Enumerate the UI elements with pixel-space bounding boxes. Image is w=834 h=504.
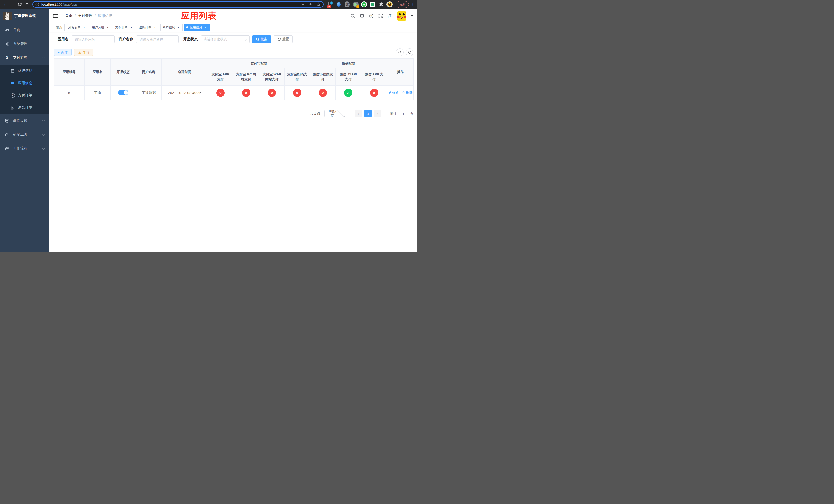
tab-process-form[interactable]: 流程表单× xyxy=(66,24,88,31)
pagination-total: 共 1 条 xyxy=(310,111,320,116)
export-button[interactable]: 导出 xyxy=(74,49,93,56)
col-alipay-qr: 支付宝扫码支付 xyxy=(285,68,310,86)
close-icon[interactable]: × xyxy=(204,26,207,29)
chevron-down-icon xyxy=(337,109,345,117)
refresh-button[interactable] xyxy=(406,48,413,56)
search-button[interactable]: 搜索 xyxy=(252,36,271,43)
sidebar-subitem-pay-order[interactable]: ¥ 支付订单 xyxy=(0,89,49,101)
sidebar-subitem-merchant-info[interactable]: 商户信息 xyxy=(0,65,49,77)
page-1-button[interactable]: 1 xyxy=(365,110,372,117)
browser-forward-icon[interactable]: → xyxy=(9,1,16,8)
close-icon[interactable]: × xyxy=(82,26,86,29)
cell-actions: 修改 删除 xyxy=(387,86,414,100)
close-icon[interactable]: × xyxy=(177,26,180,29)
search-icon[interactable] xyxy=(350,14,355,19)
app-name-input[interactable] xyxy=(71,36,115,43)
profile-avatar-icon[interactable] xyxy=(386,1,393,8)
status-select[interactable]: 请选择开启状态 xyxy=(201,36,249,43)
sidebar-item-dev-tools[interactable]: 研发工具 xyxy=(0,128,49,141)
browser-reload-icon[interactable] xyxy=(16,1,23,8)
github-icon[interactable] xyxy=(359,14,365,19)
tab-home[interactable]: 首页 xyxy=(54,24,65,31)
reset-button[interactable]: 重置 xyxy=(273,36,293,43)
status-cross-icon: × xyxy=(293,89,301,97)
password-key-icon[interactable] xyxy=(300,2,305,7)
extension-balloon-icon[interactable] xyxy=(335,1,342,8)
status-cross-icon: × xyxy=(242,89,250,97)
tab-refund-order[interactable]: 退款订单× xyxy=(137,24,159,31)
breadcrumb-payment[interactable]: 支付管理 xyxy=(78,14,92,18)
tab-app-info[interactable]: 应用信息× xyxy=(184,24,210,31)
close-icon[interactable]: × xyxy=(106,26,110,29)
show-search-toggle-button[interactable] xyxy=(396,48,404,56)
add-button[interactable]: + 新增 xyxy=(54,49,71,56)
extension-recorder-icon[interactable]: 1 xyxy=(352,1,359,8)
avatar-caret-icon[interactable] xyxy=(411,15,413,18)
extensions-puzzle-icon[interactable] xyxy=(377,1,385,8)
sidebar-item-payment[interactable]: ¥ 支付管理 xyxy=(0,51,49,65)
table-row: 6 芋道 芋道源码 2021-10-23 08:49:25 × × × × × xyxy=(54,86,414,100)
merchant-name-input[interactable] xyxy=(136,36,179,43)
fullscreen-icon[interactable] xyxy=(378,14,383,19)
browser-home-icon[interactable] xyxy=(24,1,30,8)
user-avatar[interactable] xyxy=(397,11,407,21)
cell-alipay-wap: × xyxy=(259,86,285,100)
breadcrumb-home[interactable]: 首页 xyxy=(65,14,72,18)
extension-tabs-icon[interactable]: 10 xyxy=(327,1,334,8)
delete-link[interactable]: 删除 xyxy=(402,91,413,95)
cell-wx-jsapi: ✓ xyxy=(336,86,361,100)
browser-update-button[interactable]: 更新 xyxy=(396,1,409,8)
prev-page-button[interactable]: ‹ xyxy=(355,110,362,117)
share-icon[interactable] xyxy=(308,2,313,7)
tab-merchant-info[interactable]: 商户信息× xyxy=(160,24,182,31)
status-check-icon: ✓ xyxy=(344,89,352,97)
monitor-icon xyxy=(5,118,9,123)
tab-pay-order[interactable]: 支付订单× xyxy=(113,24,135,31)
status-toggle[interactable] xyxy=(118,90,129,95)
close-icon[interactable]: × xyxy=(130,26,133,29)
sidebar-item-system[interactable]: 系统管理 xyxy=(0,37,49,51)
url-text: localhost:1024/pay/app xyxy=(41,3,77,6)
col-app-id: 应用编号 xyxy=(54,59,85,86)
chevron-down-icon xyxy=(42,133,45,136)
page-content: 应用名 商户名称 开启状态 请选择开启状态 搜索 重置 xyxy=(49,32,417,252)
extension-command-icon[interactable]: ⌘ xyxy=(344,1,351,8)
browser-menu-icon[interactable]: ⋮ xyxy=(411,2,415,6)
page-unit-label: 页 xyxy=(410,111,413,116)
status-cross-icon: × xyxy=(370,89,378,97)
sidebar-collapse-icon[interactable] xyxy=(53,13,59,19)
tab-user-group[interactable]: 用户分组× xyxy=(89,24,112,31)
col-actions: 操作 xyxy=(387,59,414,86)
site-info-icon[interactable] xyxy=(36,3,39,6)
app-table: 应用编号 应用名 开启状态 商户名称 创建时间 支付宝配置 微信配置 操作 支付… xyxy=(54,59,414,100)
extension-chat-icon[interactable] xyxy=(369,1,376,8)
page-size-select[interactable]: 10条/页 xyxy=(324,110,348,117)
next-page-button[interactable]: › xyxy=(374,110,381,117)
extension-y-icon[interactable]: y xyxy=(360,1,368,8)
yen-icon: ¥ xyxy=(5,55,9,60)
chevron-down-icon xyxy=(244,38,247,40)
help-icon[interactable]: ? xyxy=(369,14,374,19)
url-bar[interactable]: localhost:1024/pay/app xyxy=(32,1,324,8)
page-annotation: 应用列表 xyxy=(181,10,217,22)
chevron-down-icon xyxy=(42,42,45,45)
goto-page-input[interactable] xyxy=(399,110,408,117)
col-group-wechat: 微信配置 xyxy=(310,59,387,68)
browser-back-icon[interactable]: ← xyxy=(2,1,9,8)
sidebar-subitem-refund-order[interactable]: 退款订单 xyxy=(0,101,49,114)
chevron-down-icon xyxy=(42,146,45,150)
bookmark-star-icon[interactable] xyxy=(316,2,321,7)
breadcrumb-current: 应用信息 xyxy=(98,14,112,18)
close-icon[interactable]: × xyxy=(153,26,157,29)
screen: ← → localhost:1024/pay/app 10 ⌘ 1 y xyxy=(0,0,417,252)
app-logo-rabbit xyxy=(3,12,12,20)
payment-submenu: 商户信息 应用信息 ¥ 支付订单 退款订单 xyxy=(0,65,49,114)
cell-wx-lite: × xyxy=(310,86,336,100)
edit-link[interactable]: 修改 xyxy=(388,91,399,95)
sidebar-item-home[interactable]: 首页 xyxy=(0,23,49,37)
font-size-icon[interactable]: TT xyxy=(387,14,391,18)
sidebar-subitem-app-info[interactable]: 应用信息 xyxy=(0,77,49,89)
sidebar-item-infrastructure[interactable]: 基础设施 xyxy=(0,114,49,128)
sidebar-item-workflow[interactable]: 工作流程 xyxy=(0,141,49,155)
col-wx-app: 微信 APP 支付 xyxy=(361,68,387,86)
